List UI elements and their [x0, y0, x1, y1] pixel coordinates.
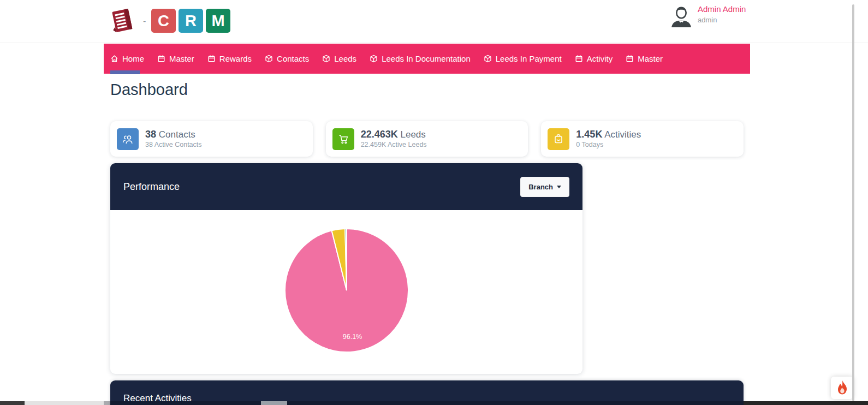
calendar-icon [207, 55, 216, 63]
nav-label: Home [122, 54, 144, 63]
chevron-down-icon [557, 186, 561, 188]
logo-letter-m: M [206, 9, 230, 33]
calendar-icon [157, 55, 165, 63]
stat-value: 1.45K [576, 129, 602, 140]
nav-label: Rewards [219, 54, 252, 63]
user-role: admin [698, 16, 717, 24]
stat-label: Leeds [400, 129, 425, 140]
nav-item-leeds-in-payment[interactable]: Leeds In Payment [477, 44, 568, 74]
cube-icon [484, 55, 492, 63]
page-title: Dashboard [110, 81, 188, 99]
activities-stat-text: 1.45K Activities 0 Todays [576, 129, 641, 150]
nav-label: Leeds In Payment [496, 54, 562, 63]
stat-subtext: 0 Todays [576, 140, 641, 150]
nav-label: Leeds [334, 54, 356, 63]
horizontal-scrollbar[interactable] [0, 401, 868, 405]
branch-filter-dropdown[interactable]: Branch [520, 177, 569, 197]
performance-pie-chart: 96.1% [110, 210, 582, 374]
hscroll-thumb[interactable] [261, 401, 287, 405]
contacts-stat-text: 38 Contacts 38 Active Contacts [145, 129, 202, 150]
nav-item-master[interactable]: Master [151, 44, 201, 74]
bag-icon [548, 128, 569, 150]
cube-icon [322, 55, 330, 63]
stat-subtext: 22.459K Active Leeds [361, 140, 427, 150]
performance-chart-area: 96.1% [110, 210, 582, 374]
performance-title: Performance [123, 181, 180, 193]
calendar-icon [575, 55, 583, 63]
nav-item-activity[interactable]: Activity [568, 44, 620, 74]
nav-item-master-2[interactable]: Master [619, 44, 669, 74]
stat-value: 22.463K [361, 129, 398, 140]
nav-item-leeds[interactable]: Leeds [316, 44, 363, 74]
active-nav-indicator [110, 70, 140, 74]
hscroll-track-dark [104, 401, 744, 405]
user-avatar-icon[interactable] [669, 5, 693, 28]
logo-letter-r: R [179, 9, 203, 33]
flame-icon [836, 380, 848, 395]
app-header: - C R M Admin Admin admin [0, 0, 868, 43]
cart-icon [332, 128, 354, 150]
calendar-icon [626, 55, 634, 63]
activities-stat-card[interactable]: 1.45K Activities 0 Todays [541, 121, 744, 157]
hscroll-segment [744, 401, 868, 405]
nav-label: Master [638, 54, 663, 63]
main-navbar: Home Master Rewards Contacts Leeds [104, 44, 750, 74]
performance-panel: Performance Branch 96.1% [110, 163, 582, 374]
logo-letter-c: C [151, 9, 176, 33]
nav-item-home[interactable]: Home [110, 44, 151, 74]
home-icon [110, 55, 118, 63]
nav-label: Master [169, 54, 194, 63]
pie-slice-label: 96.1% [343, 333, 362, 341]
cube-icon [370, 55, 378, 63]
framework-badge[interactable] [831, 377, 853, 399]
leeds-stat-text: 22.463K Leeds 22.459K Active Leeds [361, 129, 427, 150]
nav-item-leeds-in-documentation[interactable]: Leeds In Documentation [363, 44, 477, 74]
stat-subtext: 38 Active Contacts [145, 140, 202, 150]
cube-icon [265, 55, 273, 63]
nav-label: Leeds In Documentation [382, 54, 471, 63]
crm-dashboard-page: - C R M Admin Admin admin Home Mast [0, 0, 868, 405]
logo-dash: - [143, 16, 146, 26]
performance-panel-header: Performance Branch [110, 163, 582, 210]
stat-label: Contacts [159, 129, 195, 140]
vertical-scrollbar[interactable] [852, 4, 854, 401]
stat-value: 38 [145, 129, 156, 140]
stat-cards-row: 38 Contacts 38 Active Contacts 22.463K L… [110, 121, 744, 157]
nav-item-rewards[interactable]: Rewards [201, 44, 258, 74]
nav-label: Contacts [277, 54, 309, 63]
nav-item-contacts[interactable]: Contacts [258, 44, 316, 74]
contacts-stat-card[interactable]: 38 Contacts 38 Active Contacts [110, 121, 313, 157]
company-logo-icon [109, 7, 138, 34]
branch-filter-label: Branch [528, 183, 553, 191]
hscroll-track [25, 401, 104, 405]
user-name[interactable]: Admin Admin [698, 4, 746, 14]
hscroll-segment [0, 401, 25, 405]
nav-label: Activity [587, 54, 613, 63]
leeds-stat-card[interactable]: 22.463K Leeds 22.459K Active Leeds [326, 121, 528, 157]
stat-label: Activities [604, 129, 641, 140]
crm-logo[interactable]: C R M [151, 9, 230, 33]
users-icon [117, 128, 139, 150]
